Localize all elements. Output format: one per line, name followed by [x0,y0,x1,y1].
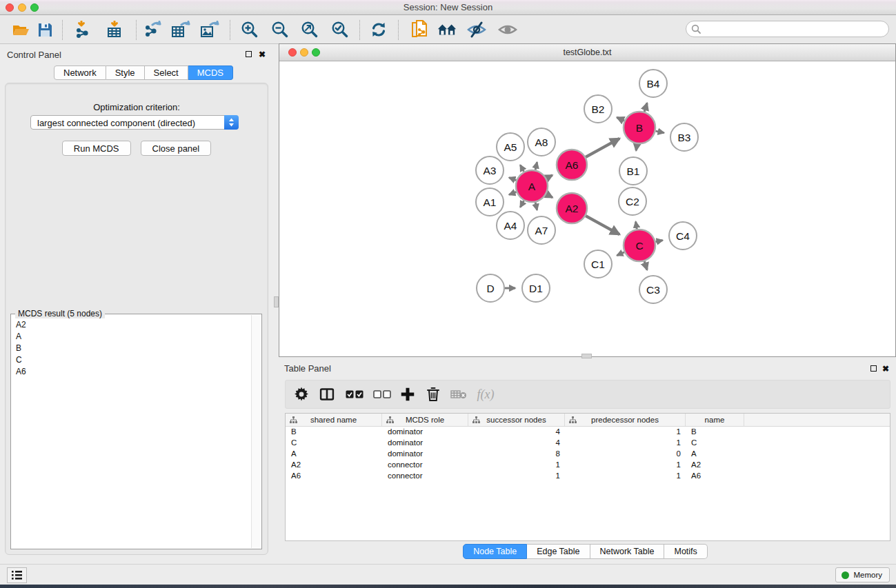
mcds-result-item[interactable]: A6 [12,365,251,377]
graph-edge-B-B1[interactable] [636,144,637,151]
column-header-successor-nodes[interactable]: successor nodes [468,414,565,426]
graph-edge-A-A5[interactable] [520,165,524,172]
graph-node-B3[interactable]: B3 [670,123,698,151]
import-table-icon[interactable] [105,20,124,39]
graph-node-A[interactable]: A [516,170,548,202]
search-input[interactable] [704,23,883,35]
graph-node-A8[interactable]: A8 [528,128,555,156]
graph-node-C1[interactable]: C1 [584,250,612,278]
destroy-table-icon[interactable] [450,389,467,399]
graph-edge-A-A3[interactable] [509,178,516,181]
split-panel-icon[interactable] [320,388,335,401]
clone-network-icon[interactable] [410,20,429,39]
column-header-shared-name[interactable]: shared name [286,414,382,426]
graph-node-C[interactable]: C [624,230,655,261]
mcds-result-item[interactable]: A [12,330,251,342]
graph-node-A1[interactable]: A1 [476,188,504,216]
tab-edge-table[interactable]: Edge Table [527,544,590,559]
zoom-out-icon[interactable] [270,20,290,39]
select-all-icon[interactable] [346,390,364,398]
graph-edge-B-B2[interactable] [617,117,624,121]
zoom-fit-icon[interactable] [300,20,319,39]
close-table-panel-icon[interactable]: ✖ [882,364,889,374]
close-panel-button[interactable]: Close panel [141,141,212,156]
table-row[interactable]: Bdominator41B [286,427,890,438]
graph-edge-A-A7[interactable] [535,202,537,210]
graph-edge-C-C4[interactable] [655,241,662,242]
graph-edge-A-A1[interactable] [509,192,516,195]
graph-edge-C-C1[interactable] [617,252,624,256]
graph-node-A4[interactable]: A4 [497,212,524,239]
zoom-in-icon[interactable] [240,20,259,39]
tab-mcds[interactable]: MCDS [188,65,233,80]
vertical-splitter-handle[interactable] [274,296,279,307]
graph-edge-A-A6[interactable] [546,175,552,179]
graph-node-B[interactable]: B [624,112,655,143]
graph-node-A7[interactable]: A7 [528,216,555,244]
graph-node-A2[interactable]: A2 [557,193,587,223]
graph-node-C3[interactable]: C3 [639,276,667,303]
deselect-all-icon[interactable] [373,390,391,398]
add-column-icon[interactable] [401,388,415,401]
tab-network-table[interactable]: Network Table [590,544,665,559]
graph-node-B1[interactable]: B1 [619,157,647,185]
table-row[interactable]: Cdominator41C [286,438,890,449]
export-table-icon[interactable] [171,20,190,39]
tab-motifs[interactable]: Motifs [664,544,707,559]
show-graphics-details-icon[interactable] [498,20,517,39]
graph-node-B2[interactable]: B2 [584,95,612,123]
zoom-selected-icon[interactable] [330,20,350,39]
float-table-panel-icon[interactable] [870,364,877,374]
graph-node-D1[interactable]: D1 [522,274,550,302]
mcds-result-item[interactable]: A2 [12,318,251,330]
column-header-name[interactable]: name [686,414,744,426]
graph-edge-C-C2[interactable] [636,222,637,230]
graph-edge-A2-C[interactable] [586,216,619,234]
run-mcds-button[interactable]: Run MCDS [62,141,131,156]
network-canvas[interactable]: B4B2BB3A5A8A6A3B1AC2A1A2A4A7C4CC1C3DD1 [279,61,895,356]
import-network-icon[interactable] [74,20,93,39]
tab-network[interactable]: Network [54,65,106,80]
memory-button[interactable]: Memory [835,567,890,582]
graph-edge-A6-B[interactable] [586,139,619,157]
home-icon[interactable] [437,20,457,39]
graph-edge-B-B3[interactable] [656,131,664,133]
tab-select[interactable]: Select [145,65,188,80]
tab-style[interactable]: Style [106,65,145,80]
graph-node-C2[interactable]: C2 [619,187,646,215]
session-search-box[interactable] [686,21,889,37]
column-header-mcds-role[interactable]: MCDS role [382,414,468,426]
graph-node-A6[interactable]: A6 [557,150,587,180]
tab-node-table[interactable]: Node Table [463,544,527,559]
delete-icon[interactable] [427,387,439,401]
table-settings-icon[interactable] [295,387,309,402]
export-image-icon[interactable] [200,20,219,39]
graph-edge-A-A4[interactable] [520,201,524,207]
optimization-criterion-dropdown[interactable]: largest connected component (directed) [30,115,239,130]
network-window-titlebar[interactable]: testGlobe.txt [279,44,895,61]
table-row[interactable]: A6connector11A6 [286,471,890,482]
column-header-predecessor-nodes[interactable]: predecessor nodes [565,414,686,426]
graph-edge-C-C3[interactable] [644,261,647,270]
horizontal-splitter-handle[interactable] [581,354,592,358]
graph-node-B4[interactable]: B4 [639,70,667,97]
graph-edge-B-B4[interactable] [644,103,647,112]
table-row[interactable]: A2connector11A2 [286,460,890,471]
mcds-result-item[interactable]: B [12,342,251,354]
function-builder-icon[interactable]: f(x) [477,387,495,402]
graph-node-A3[interactable]: A3 [476,156,504,184]
close-panel-icon[interactable]: ✖ [259,50,266,59]
open-file-icon[interactable] [11,20,30,39]
table-row[interactable]: Adominator80A [286,449,890,460]
float-panel-icon[interactable] [246,50,252,59]
result-scrollbar[interactable] [251,315,261,548]
refresh-icon[interactable] [369,20,388,39]
export-network-icon[interactable] [143,20,162,39]
hide-graphics-details-icon[interactable] [467,20,486,39]
graph-node-D[interactable]: D [477,274,504,302]
graph-node-C4[interactable]: C4 [669,222,697,250]
mcds-result-item[interactable]: C [12,354,251,365]
graph-edge-A-A2[interactable] [546,194,552,198]
graph-node-A5[interactable]: A5 [497,133,524,161]
task-history-button[interactable] [7,567,27,583]
